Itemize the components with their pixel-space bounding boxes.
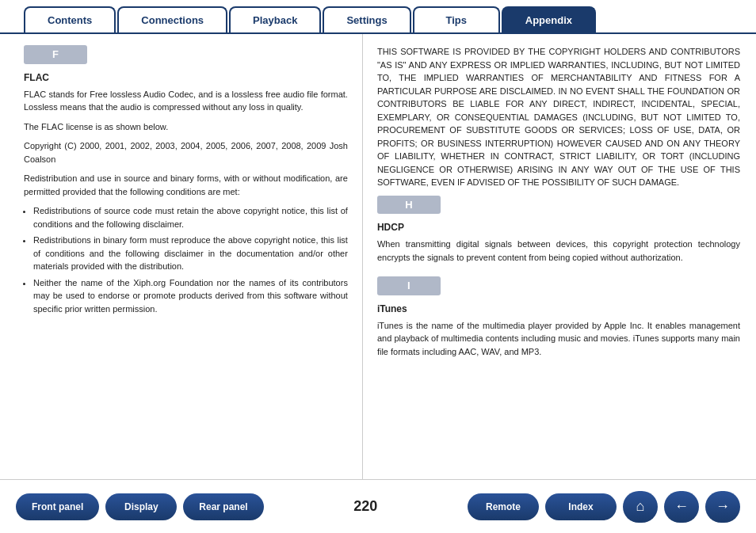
flac-bullet-1: Redistributions of source code must reta… <box>33 204 348 230</box>
section-h-label: H <box>377 196 441 215</box>
itunes-title: iTunes <box>377 302 740 316</box>
section-i-label: I <box>377 276 441 295</box>
flac-redistribution-intro: Redistribution and use in source and bin… <box>24 172 348 198</box>
front-panel-button[interactable]: Front panel <box>16 493 99 520</box>
itunes-body: iTunes is the name of the multimedia pla… <box>377 319 740 359</box>
section-h-header: H <box>377 196 740 215</box>
bottom-nav-left: Front panel Display Rear panel <box>16 493 264 520</box>
flac-section: FLAC FLAC stands for Free lossless Audio… <box>24 70 348 316</box>
home-icon: ⌂ <box>636 498 645 515</box>
tab-settings[interactable]: Settings <box>323 6 410 32</box>
tab-contents[interactable]: Contents <box>24 6 116 32</box>
rear-panel-button[interactable]: Rear panel <box>183 493 263 520</box>
hdcp-section: HDCP When transmitting digital signals b… <box>377 220 740 264</box>
section-f-label: F <box>24 45 87 64</box>
bottom-nav-right: Remote Index ⌂ ← → <box>468 491 740 523</box>
display-button[interactable]: Display <box>105 493 177 520</box>
flac-copyright: Copyright (C) 2000, 2001, 2002, 2003, 20… <box>24 139 348 166</box>
page-number: 220 <box>342 498 389 515</box>
flac-bullets: Redistributions of source code must reta… <box>24 204 348 315</box>
itunes-section: iTunes iTunes is the name of the multime… <box>377 302 740 359</box>
main-content: F FLAC FLAC stands for Free lossless Aud… <box>0 34 756 479</box>
tab-appendix[interactable]: Appendix <box>502 6 596 32</box>
tab-connections[interactable]: Connections <box>117 6 227 32</box>
left-column: F FLAC FLAC stands for Free lossless Aud… <box>0 34 363 479</box>
hdcp-body: When transmitting digital signals betwee… <box>377 238 740 264</box>
flac-body2: The FLAC license is as shown below. <box>24 120 348 134</box>
hdcp-title: HDCP <box>377 220 740 234</box>
flac-bullet-3: Neither the name of the Xiph.org Foundat… <box>33 276 348 316</box>
back-button[interactable]: ← <box>664 491 699 523</box>
flac-bullet-2: Redistributions in binary form must repr… <box>33 234 348 273</box>
warranty-text: THIS SOFTWARE IS PROVIDED BY THE COPYRIG… <box>377 45 740 189</box>
back-icon: ← <box>674 498 689 515</box>
tab-tips[interactable]: Tips <box>413 6 500 32</box>
index-button[interactable]: Index <box>545 493 617 520</box>
flac-body1: FLAC stands for Free lossless Audio Code… <box>24 88 348 114</box>
section-i-header: I <box>377 276 740 295</box>
home-button[interactable]: ⌂ <box>623 491 658 523</box>
section-f-header: F <box>24 45 348 64</box>
forward-button[interactable]: → <box>705 491 740 523</box>
tab-playback[interactable]: Playback <box>229 6 321 32</box>
forward-icon: → <box>716 498 730 515</box>
right-column: THIS SOFTWARE IS PROVIDED BY THE COPYRIG… <box>363 34 756 479</box>
bottom-nav: Front panel Display Rear panel 220 Remot… <box>0 479 756 533</box>
remote-button[interactable]: Remote <box>468 493 539 520</box>
flac-title: FLAC <box>24 70 348 85</box>
tabs-bar: Contents Connections Playback Settings T… <box>0 0 756 34</box>
